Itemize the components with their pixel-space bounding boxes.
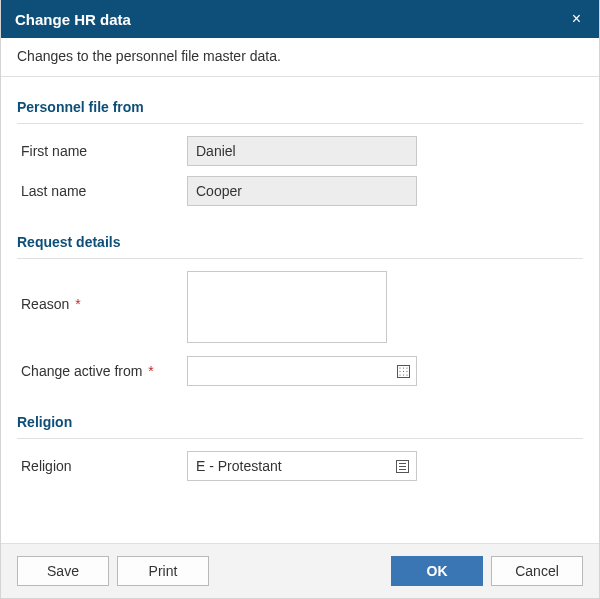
section-title-personnel: Personnel file from <box>17 81 583 124</box>
section-title-request: Request details <box>17 216 583 259</box>
svg-point-8 <box>402 374 403 375</box>
required-marker: * <box>144 363 153 379</box>
print-button[interactable]: Print <box>117 556 209 586</box>
svg-point-9 <box>406 374 407 375</box>
svg-point-3 <box>406 367 407 368</box>
svg-point-4 <box>399 370 400 371</box>
row-last-name: Last name <box>17 176 583 206</box>
dialog-body: Personnel file from First name Last name… <box>1 77 599 543</box>
svg-point-7 <box>399 374 400 375</box>
svg-point-6 <box>406 370 407 371</box>
section-title-religion: Religion <box>17 396 583 439</box>
label-reason: Reason * <box>17 271 187 312</box>
row-first-name: First name <box>17 136 583 166</box>
label-first-name: First name <box>17 143 187 159</box>
cancel-button[interactable]: Cancel <box>491 556 583 586</box>
label-change-from-text: Change active from <box>21 363 142 379</box>
close-icon[interactable]: × <box>568 7 585 31</box>
required-marker: * <box>71 296 80 312</box>
religion-value: E - Protestant <box>196 458 282 474</box>
label-last-name: Last name <box>17 183 187 199</box>
label-religion: Religion <box>17 458 187 474</box>
reason-textarea[interactable] <box>187 271 387 343</box>
change-active-from-input[interactable] <box>187 356 417 386</box>
svg-point-1 <box>399 367 400 368</box>
dialog-change-hr-data: Change HR data × Changes to the personne… <box>0 0 600 599</box>
svg-point-5 <box>402 370 403 371</box>
last-name-field <box>187 176 417 206</box>
label-reason-text: Reason <box>21 296 69 312</box>
ok-button[interactable]: OK <box>391 556 483 586</box>
label-change-active-from: Change active from * <box>17 363 187 379</box>
religion-select[interactable]: E - Protestant <box>187 451 417 481</box>
dialog-subtitle: Changes to the personnel file master dat… <box>1 38 599 77</box>
row-reason: Reason * <box>17 271 583 346</box>
list-picker-icon[interactable] <box>394 458 410 474</box>
save-button[interactable]: Save <box>17 556 109 586</box>
row-religion: Religion E - Protestant <box>17 451 583 481</box>
dialog-footer: Save Print OK Cancel <box>1 543 599 598</box>
date-picker-icon[interactable] <box>395 363 411 379</box>
first-name-field <box>187 136 417 166</box>
titlebar: Change HR data × <box>1 0 599 38</box>
row-change-active-from: Change active from * <box>17 356 583 386</box>
svg-point-2 <box>402 367 403 368</box>
dialog-title: Change HR data <box>15 11 131 28</box>
